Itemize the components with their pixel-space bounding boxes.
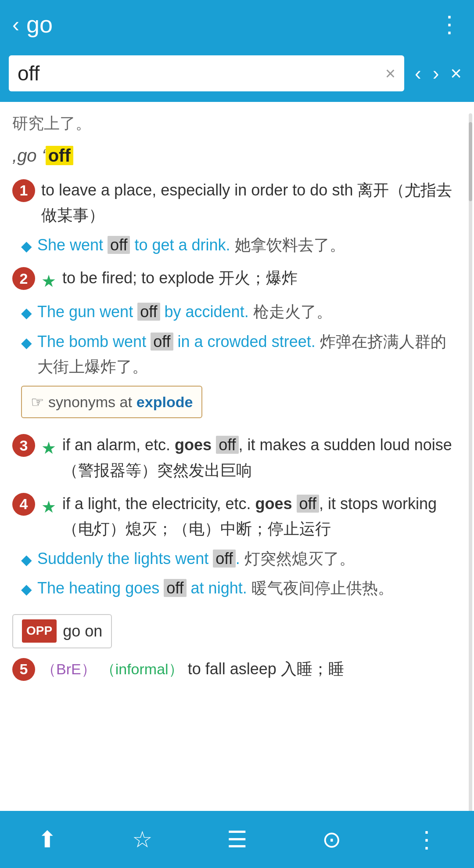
diamond-icon: ◆ bbox=[21, 302, 32, 324]
def-4-line: 4 ★ if a light, the electricity, etc. go… bbox=[12, 491, 462, 542]
highlight-off: off bbox=[297, 495, 319, 513]
example-1-1-cn: 她拿饮料去了。 bbox=[235, 236, 345, 254]
example-1-1-text: She went off to get a drink. 她拿饮料去了。 bbox=[37, 232, 462, 258]
example-2-2-cn: 炸弹在挤满人群的大街上爆炸了。 bbox=[37, 333, 446, 376]
page-title: go bbox=[26, 11, 53, 38]
opp-container: OPP go on bbox=[12, 608, 462, 648]
synonyms-link[interactable]: explode bbox=[136, 390, 193, 414]
informal-tag: （informal） bbox=[101, 661, 183, 677]
example-4-2-text: The heating goes off at night. 暖气夜间停止供热。 bbox=[37, 575, 462, 601]
definition-3: 3 ★ if an alarm, etc. goes off, it makes… bbox=[12, 432, 462, 483]
search-icon: ⊙ bbox=[322, 826, 341, 853]
definition-4: 4 ★ if a light, the electricity, etc. go… bbox=[12, 491, 462, 648]
definition-2: 2 ★ to be fired; to explode 开火；爆炸 ◆ The … bbox=[12, 265, 462, 424]
bottom-nav: ⬆ ☆ ☰ ⊙ ⋮ bbox=[0, 811, 474, 868]
search-nav-buttons: ‹ › × bbox=[411, 61, 465, 86]
def-num-1: 1 bbox=[12, 179, 35, 202]
definition-5: 5 （BrE） （informal） to fall asleep 入睡；睡 bbox=[12, 656, 462, 682]
def-num-5: 5 bbox=[12, 658, 35, 681]
nav-search-button[interactable]: ⊙ bbox=[284, 811, 379, 868]
synonyms-box: ☞ synonyms at explode bbox=[21, 386, 202, 418]
def-1-line: 1 to leave a place, especially in order … bbox=[12, 177, 462, 228]
menu-button[interactable]: ⋮ bbox=[438, 11, 462, 37]
search-close-button[interactable]: × bbox=[447, 61, 465, 86]
def-1-text: to leave a place, especially in order to… bbox=[41, 177, 462, 228]
nav-list-button[interactable]: ☰ bbox=[190, 811, 284, 868]
star-icon-2: ★ bbox=[41, 268, 56, 295]
more-icon: ⋮ bbox=[415, 826, 438, 853]
search-bar: × ‹ › × bbox=[0, 48, 474, 102]
diamond-icon: ◆ bbox=[21, 578, 32, 600]
opp-text: go on bbox=[63, 618, 102, 644]
def-2-line: 2 ★ to be fired; to explode 开火；爆炸 bbox=[12, 265, 462, 295]
def-num-3: 3 bbox=[12, 434, 35, 457]
definition-1: 1 to leave a place, especially in order … bbox=[12, 177, 462, 258]
example-2-1-cn: 枪走火了。 bbox=[253, 303, 332, 321]
highlight-off: off bbox=[164, 579, 186, 597]
def-3-line: 3 ★ if an alarm, etc. goes off, it makes… bbox=[12, 432, 462, 483]
def-5-line: 5 （BrE） （informal） to fall asleep 入睡；睡 bbox=[12, 656, 462, 682]
top-bar-left: ‹ go bbox=[12, 11, 53, 38]
search-input-wrap: × bbox=[9, 55, 404, 91]
def-num-4: 4 bbox=[12, 493, 35, 516]
synonyms-icon: ☞ bbox=[31, 390, 44, 414]
example-2-2-text: The bomb went off in a crowded street. 炸… bbox=[37, 329, 462, 380]
scrollbar[interactable] bbox=[469, 113, 472, 816]
search-clear-icon[interactable]: × bbox=[385, 64, 395, 83]
diamond-icon: ◆ bbox=[21, 332, 32, 354]
list-icon: ☰ bbox=[227, 826, 248, 853]
highlight-off: off bbox=[108, 236, 130, 254]
bookmark-icon: ☆ bbox=[132, 826, 153, 853]
back-button[interactable]: ‹ bbox=[12, 12, 19, 36]
nav-more-button[interactable]: ⋮ bbox=[379, 811, 474, 868]
content-area: 研究上了。 ,go ‘off 1 to leave a place, espec… bbox=[0, 102, 474, 737]
next-result-button[interactable]: › bbox=[429, 61, 443, 86]
intro-text: 研究上了。 bbox=[12, 111, 462, 136]
star-icon-3: ★ bbox=[41, 435, 56, 462]
scroll-thumb[interactable] bbox=[469, 122, 472, 201]
example-1-1: ◆ She went off to get a drink. 她拿饮料去了。 bbox=[21, 232, 462, 258]
def-3-text: if an alarm, etc. goes off, it makes a s… bbox=[62, 432, 462, 483]
opp-box: OPP go on bbox=[12, 614, 112, 648]
example-2-2: ◆ The bomb went off in a crowded street.… bbox=[21, 329, 462, 380]
example-4-1-cn: 灯突然熄灭了。 bbox=[244, 550, 355, 568]
example-2-1-text: The gun went off by accident. 枪走火了。 bbox=[37, 299, 462, 325]
highlight-off: off bbox=[213, 550, 235, 568]
top-icon: ⬆ bbox=[38, 826, 57, 853]
opp-label: OPP bbox=[22, 619, 57, 643]
entry-head: ,go ‘off bbox=[12, 141, 462, 170]
def-5-text: （BrE） （informal） to fall asleep 入睡；睡 bbox=[41, 656, 462, 682]
star-icon-4: ★ bbox=[41, 494, 56, 521]
example-2-1: ◆ The gun went off by accident. 枪走火了。 bbox=[21, 299, 462, 325]
def-2-text: to be fired; to explode 开火；爆炸 bbox=[62, 265, 462, 291]
highlight-off: off bbox=[137, 303, 160, 321]
nav-bookmark-button[interactable]: ☆ bbox=[95, 811, 190, 868]
example-4-2: ◆ The heating goes off at night. 暖气夜间停止供… bbox=[21, 575, 462, 601]
prev-result-button[interactable]: ‹ bbox=[411, 61, 425, 86]
nav-top-button[interactable]: ⬆ bbox=[0, 811, 95, 868]
diamond-icon: ◆ bbox=[21, 549, 32, 571]
synonyms-text: synonyms at bbox=[48, 390, 132, 414]
def-4-text: if a light, the electricity, etc. goes o… bbox=[62, 491, 462, 542]
example-4-1-text: Suddenly the lights went off. 灯突然熄灭了。 bbox=[37, 546, 462, 571]
search-input[interactable] bbox=[18, 61, 385, 85]
def-num-2: 2 bbox=[12, 267, 35, 290]
diamond-icon: ◆ bbox=[21, 235, 32, 257]
example-4-1: ◆ Suddenly the lights went off. 灯突然熄灭了。 bbox=[21, 546, 462, 571]
bre-tag: （BrE） bbox=[41, 661, 96, 677]
top-bar: ‹ go ⋮ bbox=[0, 0, 474, 48]
example-4-2-cn: 暖气夜间停止供热。 bbox=[251, 579, 394, 597]
entry-head-off: off bbox=[46, 146, 73, 165]
entry-head-go: ,go ‘ bbox=[12, 146, 46, 165]
highlight-off: off bbox=[151, 333, 173, 351]
highlight-off: off bbox=[216, 436, 238, 454]
